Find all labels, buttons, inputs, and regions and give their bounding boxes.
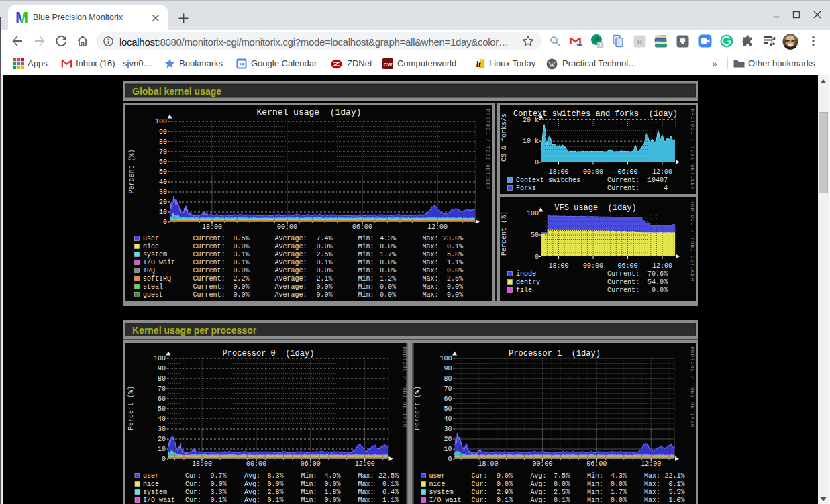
- svg-text:Max:: Max:: [358, 497, 374, 504]
- svg-text:28: 28: [239, 62, 244, 68]
- svg-text:1.0%: 1.0%: [668, 497, 684, 504]
- svg-text:0.0%: 0.0%: [652, 287, 668, 294]
- svg-text:90: 90: [159, 128, 167, 136]
- svg-text:2.6%: 2.6%: [447, 275, 463, 283]
- svg-text:inode: inode: [516, 270, 536, 278]
- svg-text:Max:: Max:: [358, 472, 374, 480]
- svg-text:0.1%: 0.1%: [497, 497, 513, 504]
- svg-text:12:00: 12:00: [652, 262, 672, 270]
- svg-text:0.0%: 0.0%: [447, 291, 463, 299]
- svg-text:18:00: 18:00: [548, 168, 568, 176]
- svg-text:23.0%: 23.0%: [443, 235, 463, 242]
- svg-text:Max:: Max:: [423, 259, 439, 266]
- svg-text:5.8%: 5.8%: [447, 251, 463, 258]
- svg-text:20: 20: [444, 436, 452, 443]
- svg-text:Current:: Current:: [193, 283, 225, 291]
- svg-text:Avg:: Avg:: [244, 472, 260, 480]
- svg-text:18:00: 18:00: [478, 460, 498, 468]
- svg-text:54.0%: 54.0%: [647, 279, 668, 286]
- svg-text:Min:: Min:: [587, 497, 603, 504]
- svg-text:RRDTOOL / TOBI OETIKER: RRDTOOL / TOBI OETIKER: [690, 200, 695, 281]
- svg-text:Kernel usage (1day): Kernel usage (1day): [256, 107, 361, 117]
- svg-text:40: 40: [159, 179, 167, 186]
- svg-text:18:00: 18:00: [202, 223, 222, 231]
- svg-text:70: 70: [159, 148, 167, 156]
- svg-text:Current:: Current:: [607, 279, 639, 286]
- svg-text:2.9%: 2.9%: [497, 489, 513, 496]
- svg-text:10: 10: [444, 446, 452, 453]
- svg-text:100: 100: [527, 210, 539, 217]
- svg-text:CW: CW: [384, 62, 393, 68]
- svg-text:Avg:: Avg:: [244, 497, 260, 504]
- svg-text:0.0%: 0.0%: [316, 243, 332, 250]
- svg-text:RRDTOOL / TOBI OETIKER: RRDTOOL / TOBI OETIKER: [690, 109, 695, 190]
- svg-text:Current:: Current:: [193, 291, 225, 299]
- svg-text:Min:: Min:: [358, 235, 374, 242]
- svg-text:7.4%: 7.4%: [316, 235, 332, 242]
- svg-text:user: user: [429, 472, 446, 480]
- svg-text:Percent (%): Percent (%): [127, 386, 135, 430]
- svg-text:70: 70: [158, 385, 166, 393]
- svg-text:Current:: Current:: [193, 275, 225, 283]
- svg-text:0.0%: 0.0%: [380, 259, 396, 266]
- svg-text:Min:: Min:: [587, 472, 603, 480]
- svg-text:nice: nice: [143, 243, 159, 250]
- svg-text:Average:: Average:: [275, 267, 307, 274]
- svg-text:06:00: 06:00: [586, 460, 607, 468]
- svg-text:?: ?: [599, 42, 602, 48]
- svg-text:0.0%: 0.0%: [380, 291, 396, 299]
- svg-text:0: 0: [535, 159, 539, 166]
- svg-text:softIRQ: softIRQ: [143, 275, 171, 283]
- svg-text:0.0%: 0.0%: [316, 267, 332, 274]
- svg-text:2.1%: 2.1%: [316, 275, 332, 283]
- svg-text:0.0%: 0.0%: [380, 283, 396, 291]
- svg-text:80: 80: [159, 138, 167, 146]
- svg-text:50: 50: [159, 168, 167, 176]
- svg-text:system: system: [143, 251, 167, 258]
- svg-text:0.0%: 0.0%: [554, 481, 570, 488]
- svg-text:VFS usage (1day): VFS usage (1day): [554, 203, 636, 213]
- svg-text:22.5%: 22.5%: [378, 472, 399, 480]
- svg-text:0.1%: 0.1%: [267, 497, 283, 504]
- svg-text:30: 30: [158, 425, 166, 433]
- svg-text:18:00: 18:00: [192, 460, 212, 468]
- svg-text:20: 20: [158, 436, 166, 443]
- svg-text:Avg:: Avg:: [531, 481, 547, 488]
- svg-text:0.0%: 0.0%: [210, 481, 226, 488]
- svg-text:60: 60: [158, 395, 166, 403]
- svg-text:CS & forks/s: CS & forks/s: [501, 113, 508, 162]
- svg-text:Min:: Min:: [301, 497, 317, 504]
- svg-text:Global kernel usage: Global kernel usage: [132, 86, 221, 97]
- svg-text:0.0%: 0.0%: [324, 497, 340, 504]
- svg-text:1.7%: 1.7%: [380, 251, 396, 258]
- svg-text:0.0%: 0.0%: [267, 481, 283, 488]
- svg-text:file: file: [516, 287, 532, 294]
- svg-text:7.5%: 7.5%: [554, 472, 570, 480]
- svg-text:Current:: Current:: [193, 243, 225, 250]
- svg-text:50: 50: [444, 405, 452, 413]
- svg-text:4.9%: 4.9%: [324, 472, 340, 480]
- svg-text:70.6%: 70.6%: [647, 270, 668, 278]
- svg-text:2.2%: 2.2%: [233, 275, 249, 283]
- svg-text:12:00: 12:00: [652, 168, 672, 176]
- svg-text:50: 50: [158, 405, 166, 413]
- svg-text:Kernel usage per processor: Kernel usage per processor: [132, 325, 257, 336]
- svg-text:Max:: Max:: [644, 481, 660, 488]
- svg-text:6.4%: 6.4%: [382, 489, 399, 496]
- svg-text:Min:: Min:: [358, 251, 374, 258]
- svg-text:guest: guest: [143, 291, 163, 299]
- svg-text:Current:: Current:: [193, 251, 225, 258]
- svg-text:0: 0: [535, 254, 539, 261]
- svg-text:0.0%: 0.0%: [316, 291, 332, 299]
- svg-text:18:00: 18:00: [548, 262, 568, 270]
- svg-text:0: 0: [163, 219, 167, 226]
- svg-text:Min:: Min:: [358, 267, 374, 274]
- svg-text:Avg:: Avg:: [244, 489, 260, 496]
- svg-text:system: system: [143, 489, 167, 496]
- svg-text:Max:: Max:: [423, 235, 439, 242]
- svg-text:0.0%: 0.0%: [380, 243, 396, 250]
- svg-text:12:00: 12:00: [427, 223, 448, 231]
- svg-text:Max:: Max:: [423, 251, 439, 258]
- svg-text:Min:: Min:: [358, 275, 374, 283]
- svg-text:Avg:: Avg:: [244, 481, 260, 488]
